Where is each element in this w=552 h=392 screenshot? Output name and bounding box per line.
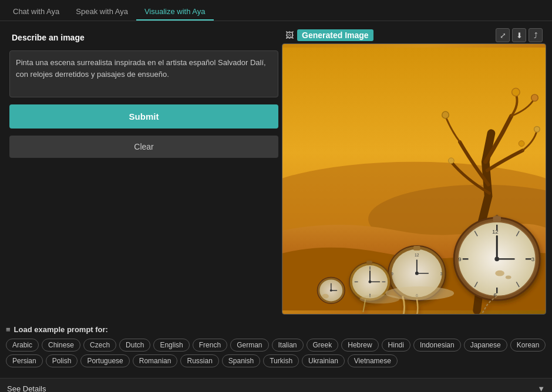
clear-button[interactable]: Clear [9,136,278,158]
svg-point-5 [534,126,540,132]
chevron-down-icon: ▼ [537,384,545,392]
svg-rect-37 [413,246,420,251]
tab-speak-with-aya[interactable]: Speak with Aya [68,4,136,21]
svg-text:12: 12 [492,228,499,235]
svg-rect-27 [493,216,501,222]
svg-point-3 [512,88,520,96]
svg-point-52 [330,289,332,292]
lang-tag-dutch[interactable]: Dutch [119,339,150,352]
load-prompt-header: ≡ Load example prompt for: [6,325,546,334]
left-panel: Describe an image Pinta una escena surre… [6,27,282,315]
lang-tag-portuguese[interactable]: Portuguese [80,354,129,367]
submit-button[interactable]: Submit [9,104,278,129]
svg-point-57 [322,294,329,299]
svg-point-55 [495,271,504,276]
svg-text:12: 12 [415,253,419,257]
svg-point-56 [506,276,511,279]
generated-image-area: 12 3 6 9 [282,43,546,315]
svg-point-36 [415,272,419,275]
svg-point-26 [494,256,499,261]
lang-tag-french[interactable]: French [193,339,227,352]
lang-tag-persian[interactable]: Persian [6,354,43,367]
lang-tag-italian[interactable]: Italian [272,339,304,352]
right-panel: 🖼 Generated Image ⤢ ⬇ ⤴ [282,27,546,315]
svg-text:3: 3 [440,272,443,276]
fullscreen-button[interactable]: ⤢ [496,28,510,42]
lang-tag-romanian[interactable]: Romanian [133,354,178,367]
load-prompt-label: Load example prompt for: [14,325,108,334]
svg-rect-47 [366,261,372,265]
lang-tag-chinese[interactable]: Chinese [42,339,80,352]
lang-tag-indonesian[interactable]: Indonesian [413,339,461,352]
svg-point-4 [531,94,538,102]
svg-point-6 [442,111,449,119]
share-button[interactable]: ⤴ [529,28,543,42]
tab-chat-with-aya[interactable]: Chat with Aya [5,4,68,21]
lang-tag-polish[interactable]: Polish [46,354,78,367]
generated-image-title: Generated Image [297,29,373,41]
svg-point-8 [519,141,524,147]
lang-tag-german[interactable]: German [230,339,268,352]
prompt-text-area[interactable]: Pinta una escena surrealista inspirada e… [9,50,278,97]
lang-tag-turkish[interactable]: Turkish [263,354,299,367]
lang-tag-english[interactable]: English [153,339,189,352]
svg-point-42 [369,281,372,283]
bottom-section: ≡ Load example prompt for: ArabicChinese… [0,320,552,376]
prompt-text: Pinta una escena surrealista inspirada e… [16,57,272,80]
lang-tag-vietnamese[interactable]: Vietnamese [348,354,398,367]
svg-point-54 [359,295,399,304]
tab-visualize-with-aya[interactable]: Visualize with Aya [136,4,214,21]
lang-tag-russian[interactable]: Russian [180,354,218,367]
svg-point-7 [448,158,454,164]
image-controls: ⤢ ⬇ ⤴ [496,28,543,42]
lang-tag-greek[interactable]: Greek [307,339,339,352]
lang-tag-korean[interactable]: Korean [510,339,546,352]
lang-tag-ukrainian[interactable]: Ukrainian [302,354,345,367]
nav-bar: Chat with Aya Speak with Aya Visualize w… [0,0,552,21]
lang-tag-czech[interactable]: Czech [83,339,116,352]
download-button[interactable]: ⬇ [512,28,526,42]
lang-tag-hindi[interactable]: Hindi [382,339,410,352]
lang-tag-spanish[interactable]: Spanish [222,354,260,367]
lang-tag-arabic[interactable]: Arabic [6,339,39,352]
main-content: Describe an image Pinta una escena surre… [0,21,552,320]
image-icon: 🖼 [285,31,294,40]
language-tags: ArabicChineseCzechDutchEnglishFrenchGerm… [6,339,546,367]
see-details-label: See Details [7,384,46,392]
image-title-area: 🖼 Generated Image [285,29,373,41]
describe-label: Describe an image [6,27,282,46]
svg-text:9: 9 [458,256,461,262]
image-header: 🖼 Generated Image ⤢ ⬇ ⤴ [282,27,546,43]
see-details-bar[interactable]: See Details ▼ [0,378,552,392]
svg-text:9: 9 [391,272,393,276]
lang-tag-japanese[interactable]: Japanese [464,339,507,352]
lang-tag-hebrew[interactable]: Hebrew [341,339,378,352]
svg-text:3: 3 [531,256,534,262]
load-prompt-icon: ≡ [6,325,11,334]
